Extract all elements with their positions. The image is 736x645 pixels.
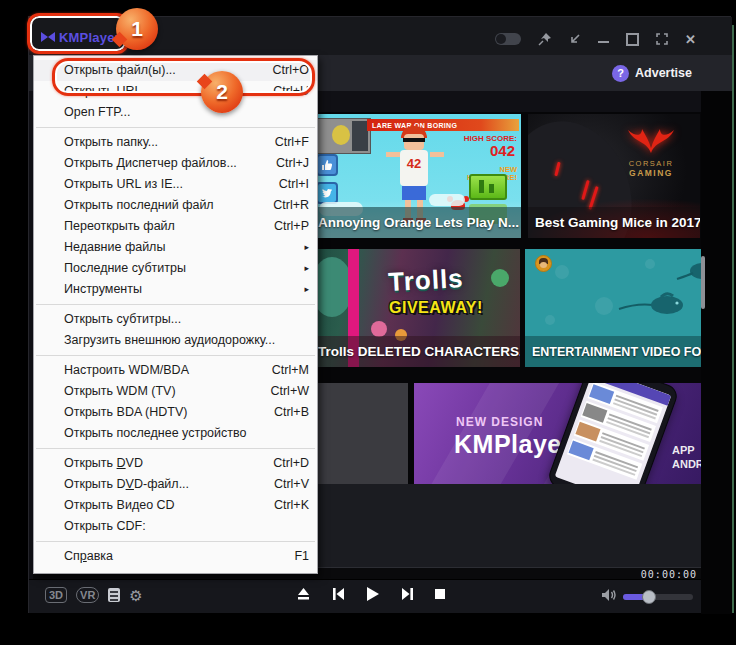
previous-button[interactable] bbox=[331, 587, 346, 601]
annotation-callout-1: 1 bbox=[116, 8, 158, 50]
screen-edge-artifact bbox=[732, 25, 734, 613]
stop-button[interactable] bbox=[434, 588, 446, 600]
menu-item-shortcut: Ctrl+B bbox=[274, 402, 309, 423]
scrollbar[interactable] bbox=[701, 256, 705, 309]
menu-item-21[interactable]: Открыть DVDCtrl+D bbox=[34, 453, 317, 474]
menu-item-label: Открыть WDM (TV) bbox=[64, 381, 258, 402]
volume-icon[interactable] bbox=[601, 588, 617, 606]
volume-knob[interactable] bbox=[642, 590, 656, 604]
menu-item-shortcut: Ctrl+J bbox=[276, 153, 309, 174]
toggle-switch[interactable] bbox=[495, 33, 521, 45]
menu-separator bbox=[36, 541, 315, 542]
close-button[interactable]: ✕ bbox=[685, 32, 696, 47]
volume-slider[interactable] bbox=[623, 594, 693, 600]
menu-item-label: Справка bbox=[64, 546, 282, 567]
menu-item-label: Открыть Диспетчер файлов... bbox=[64, 153, 264, 174]
window-controls: ✕ bbox=[495, 31, 696, 47]
advertise-label: Advertise bbox=[635, 66, 692, 80]
menu-item-label: Настроить WDM/BDA bbox=[64, 360, 260, 381]
stingray-illustration-partial bbox=[675, 257, 701, 291]
menu-item-shortcut: Ctrl+O bbox=[273, 60, 309, 81]
mode-buttons: 3D VR ⚙ bbox=[45, 587, 143, 603]
menu-item-label: Открыть DVD-файл... bbox=[64, 474, 262, 495]
video-thumbnail-entertainment[interactable]: ENTERTAINMENT VIDEO FO bbox=[525, 249, 701, 367]
playlist-button[interactable] bbox=[108, 588, 120, 602]
kmplayer-promo-banner[interactable]: NEW DESIGN KMPlayer APPANDR bbox=[414, 383, 701, 484]
menu-item-7[interactable]: Открыть последний файлCtrl+R bbox=[34, 195, 317, 216]
menu-item-8[interactable]: Переоткрыть файлCtrl+P bbox=[34, 216, 317, 237]
menu-item-4[interactable]: Открыть папку...Ctrl+F bbox=[34, 132, 317, 153]
menu-item-17[interactable]: Открыть WDM (TV)Ctrl+W bbox=[34, 381, 317, 402]
bokeh bbox=[555, 265, 569, 279]
menu-item-10[interactable]: Последние субтитры▸ bbox=[34, 258, 317, 279]
submenu-arrow-icon: ▸ bbox=[304, 237, 309, 258]
menu-item-shortcut: Ctrl+K bbox=[274, 495, 309, 516]
phone-mockup bbox=[546, 383, 680, 484]
menu-separator bbox=[36, 448, 315, 449]
menu-item-label: Открыть URL из IE... bbox=[64, 174, 267, 195]
menu-item-label: Открыть BDA (HDTV) bbox=[64, 402, 262, 423]
kmplayer-logo-icon bbox=[41, 32, 55, 42]
menu-item-0[interactable]: Открыть файл(ы)...Ctrl+O bbox=[34, 60, 317, 81]
menu-item-shortcut: Ctrl+M bbox=[272, 360, 309, 381]
menu-item-26[interactable]: СправкаF1 bbox=[34, 546, 317, 567]
menu-item-11[interactable]: Инструменты▸ bbox=[34, 279, 317, 300]
menu-item-label: Открыть субтитры... bbox=[64, 309, 309, 330]
flower-blob bbox=[371, 321, 387, 337]
pin-icon[interactable] bbox=[538, 32, 552, 46]
menu-item-shortcut: Ctrl+I bbox=[279, 174, 309, 195]
menu-item-5[interactable]: Открыть Диспетчер файлов...Ctrl+J bbox=[34, 153, 317, 174]
menu-item-shortcut: Ctrl+R bbox=[273, 195, 309, 216]
menu-item-2[interactable]: Open FTP... bbox=[34, 102, 317, 123]
banner-line2: KMPlayer bbox=[454, 430, 572, 459]
menu-item-14[interactable]: Загрузить внешнюю аудиодорожку... bbox=[34, 330, 317, 351]
menu-item-shortcut: Ctrl+F bbox=[275, 132, 309, 153]
webcam-inset bbox=[313, 118, 371, 154]
menu-item-label: Открыть CDF: bbox=[64, 516, 309, 537]
trolls-logo: Trolls bbox=[365, 262, 486, 299]
mode-vr-button[interactable]: VR bbox=[76, 587, 99, 603]
menu-item-22[interactable]: Открыть DVD-файл...Ctrl+V bbox=[34, 474, 317, 495]
menu-item-19[interactable]: Открыть последнее устройство bbox=[34, 423, 317, 444]
transport-controls bbox=[296, 586, 446, 602]
screenshot-root: KMPlayer ˅ ✕ bbox=[0, 0, 736, 645]
kmplayer-logo-text: KMPlayer bbox=[59, 30, 120, 45]
menu-item-16[interactable]: Настроить WDM/BDACtrl+M bbox=[34, 360, 317, 381]
game-button-green bbox=[469, 174, 507, 200]
toggle-knob bbox=[496, 34, 506, 44]
video-thumbnail-trolls[interactable]: Trolls GIVEAWAY! Trolls DELETED CHARACTE… bbox=[311, 249, 520, 367]
lower-panel bbox=[315, 484, 701, 567]
settings-gear-button[interactable]: ⚙ bbox=[129, 588, 142, 603]
menu-item-shortcut: Ctrl+U bbox=[273, 81, 309, 102]
menu-item-23[interactable]: Открыть Видео CDCtrl+K bbox=[34, 495, 317, 516]
menu-item-6[interactable]: Открыть URL из IE...Ctrl+I bbox=[34, 174, 317, 195]
maximize-button[interactable] bbox=[626, 33, 639, 46]
partial-ad-box[interactable] bbox=[311, 383, 408, 484]
menu-item-18[interactable]: Открыть BDA (HDTV)Ctrl+B bbox=[34, 402, 317, 423]
eject-button[interactable] bbox=[296, 587, 311, 601]
thumbs-up-icon bbox=[316, 154, 338, 176]
menu-item-9[interactable]: Недавние файлы▸ bbox=[34, 237, 317, 258]
mode-3d-button[interactable]: 3D bbox=[45, 587, 67, 603]
high-score-value: 042 bbox=[490, 142, 515, 159]
fullscreen-button[interactable] bbox=[656, 33, 668, 45]
resize-arrow-icon[interactable] bbox=[569, 33, 581, 45]
menu-item-shortcut: Ctrl+W bbox=[270, 381, 309, 402]
menu-item-1[interactable]: Открыть URL...Ctrl+U bbox=[34, 81, 317, 102]
twitter-bird-icon bbox=[316, 182, 338, 204]
video-thumbnail-annoying-orange[interactable]: LARE WAR ON BORING HIGH SCORE: 042 NEWHI… bbox=[311, 114, 521, 238]
play-button[interactable] bbox=[365, 586, 380, 602]
annotation-callout-2: 2 bbox=[201, 71, 243, 113]
menu-item-label: Открыть папку... bbox=[64, 132, 263, 153]
next-button[interactable] bbox=[400, 587, 415, 601]
video-caption: Trolls DELETED CHARACTERS... bbox=[311, 336, 520, 367]
corsair-logo: CORSAIR GAMING bbox=[616, 128, 686, 178]
menu-item-24[interactable]: Открыть CDF: bbox=[34, 516, 317, 537]
minimize-button[interactable] bbox=[598, 35, 609, 43]
advertise-button[interactable]: ? Advertise bbox=[612, 63, 692, 83]
menu-item-label: Переоткрыть файл bbox=[64, 216, 262, 237]
video-thumbnail-gaming-mice[interactable]: CORSAIR GAMING Best Gaming Mice in 2017 … bbox=[528, 114, 700, 238]
menu-item-13[interactable]: Открыть субтитры... bbox=[34, 309, 317, 330]
menu-item-label: Недавние файлы bbox=[64, 237, 292, 258]
menu-item-shortcut: Ctrl+V bbox=[274, 474, 309, 495]
